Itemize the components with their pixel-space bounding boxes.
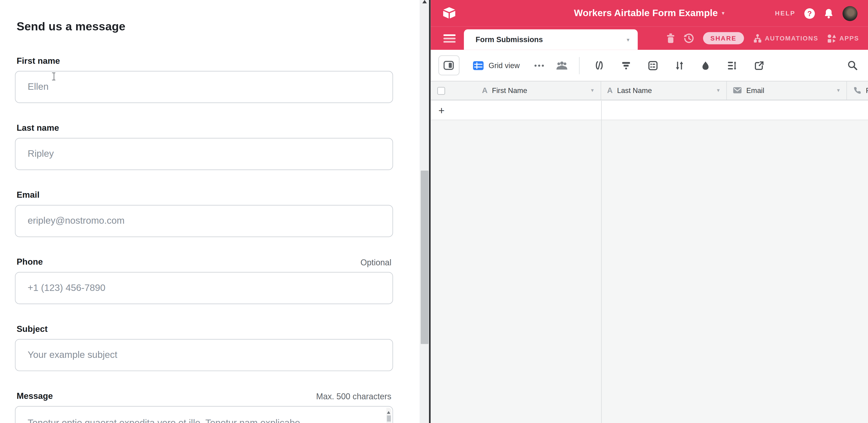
first-name-input[interactable] [15,71,393,103]
email-label: Email [17,190,39,200]
column-label: Last Name [617,86,652,95]
text-field-type-icon: A [482,86,487,95]
help-question-icon[interactable]: ? [804,8,815,19]
search-icon[interactable] [847,60,858,70]
subject-input[interactable] [15,339,393,371]
color-icon[interactable] [701,61,710,70]
sort-icon[interactable] [675,61,684,70]
screen: Send us a message First name Last name E… [0,0,868,423]
notifications-bell-icon[interactable] [824,8,834,19]
menu-hamburger-icon[interactable] [443,34,455,42]
contact-form-pane: Send us a message First name Last name E… [0,0,410,423]
column-label: Phone [866,86,868,95]
grid-header-row: A First Name ▾ A Last Name ▾ Email ▾ [431,81,868,100]
chevron-down-icon[interactable]: ▾ [722,10,724,16]
collaborators-icon[interactable] [556,61,568,70]
scroll-up-arrow-icon[interactable] [422,0,426,3]
column-label: Email [746,86,764,95]
last-name-input[interactable] [15,138,393,170]
grid-empty-canvas [431,120,868,423]
group-icon[interactable] [648,61,657,70]
column-label: First Name [492,86,527,95]
column-header-phone[interactable]: Phone [847,82,868,99]
help-button[interactable]: HELP [775,10,795,17]
view-switcher[interactable]: Grid view [473,61,520,70]
message-maxchars-hint: Max. 500 characters [316,392,392,401]
history-icon[interactable] [684,33,694,43]
sidebar-panel-icon [443,60,454,70]
email-field-type-icon [733,87,742,94]
avatar[interactable] [842,6,858,21]
toggle-sidebar-button[interactable] [438,56,459,75]
airtable-pane: Workers Airtable Form Example ▾ HELP ? F… [431,0,868,423]
grid-view-icon [473,61,484,70]
phone-field-type-icon [853,86,861,95]
text-field-type-icon: A [607,86,613,95]
automations-button[interactable]: AUTOMATIONS [752,34,818,43]
subject-label: Subject [17,324,48,334]
select-all-checkbox[interactable] [437,87,445,94]
apps-icon [827,34,837,43]
share-view-icon[interactable] [754,61,764,70]
filter-icon[interactable] [622,61,631,69]
view-name: Grid view [489,61,520,69]
column-header-email[interactable]: Email ▾ [727,82,847,99]
automations-label: AUTOMATIONS [765,35,818,42]
apps-label: APPS [839,35,859,42]
phone-label: Phone [17,257,43,267]
page-title: Send us a message [17,20,410,33]
add-record-row[interactable]: + [431,100,868,120]
phone-optional-hint: Optional [361,258,391,267]
chevron-down-icon[interactable]: ▾ [717,88,720,93]
email-input[interactable] [15,205,393,237]
chevron-down-icon[interactable]: ▾ [837,88,840,93]
trash-icon[interactable] [667,33,675,43]
automations-icon [752,34,762,43]
message-label: Message [17,391,53,401]
message-textarea[interactable] [15,406,393,423]
view-toolbar: Grid view [431,50,868,81]
airtable-tabbar: Form Submissions ▾ SHARE [431,27,868,50]
textarea-scrollbar[interactable] [386,407,392,423]
share-label: SHARE [710,35,737,42]
airtable-titlebar: Workers Airtable Form Example ▾ HELP ? [431,0,868,27]
share-button[interactable]: SHARE [703,32,744,44]
column-header-first-name[interactable]: A First Name ▾ [431,82,601,99]
page-scrollbar-thumb[interactable] [421,171,428,344]
apps-button[interactable]: APPS [827,34,859,43]
base-title[interactable]: Workers Airtable Form Example [574,8,718,19]
row-height-icon[interactable] [727,61,737,70]
first-name-label: First name [17,56,60,66]
textarea-scrollbar-thumb[interactable] [387,415,391,421]
hide-fields-icon[interactable] [594,61,604,70]
subject-field: Subject [15,324,393,371]
phone-input[interactable] [15,272,393,304]
text-cursor-icon [52,72,55,81]
last-name-label: Last name [17,123,59,133]
page-scrollbar[interactable] [420,0,429,423]
more-options-icon[interactable] [534,64,544,67]
last-name-field: Last name [15,123,393,170]
scroll-up-arrow-icon[interactable] [387,411,390,414]
message-field: Message Max. 500 characters [15,391,393,423]
chevron-down-icon[interactable]: ▾ [627,37,629,42]
toolbar-divider [579,57,579,74]
active-table-name: Form Submissions [476,35,543,44]
tab-form-submissions[interactable]: Form Submissions ▾ [464,29,638,50]
first-name-field: First name [15,56,393,103]
chevron-down-icon[interactable]: ▾ [591,88,594,93]
plus-icon[interactable]: + [437,104,446,117]
data-grid: A First Name ▾ A Last Name ▾ Email ▾ [431,81,868,423]
column-header-last-name[interactable]: A Last Name ▾ [601,82,727,99]
phone-field: Phone Optional [15,257,393,304]
email-field: Email [15,190,393,237]
frozen-column-divider [601,100,601,423]
